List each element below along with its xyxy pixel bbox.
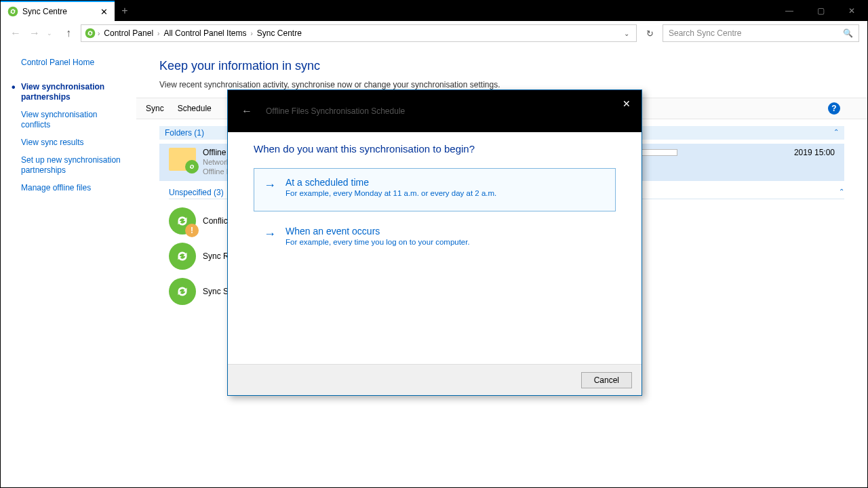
chevron-right-icon: › xyxy=(98,30,100,37)
sidebar: Control Panel Home View synchronisation … xyxy=(1,45,136,487)
option-desc: For example, every Monday at 11 a.m. or … xyxy=(285,189,496,197)
up-button[interactable]: ↑ xyxy=(62,26,75,40)
breadcrumb[interactable]: Control Panel xyxy=(101,28,156,38)
chevron-right-icon: › xyxy=(157,30,159,37)
option-desc: For example, every time you log on to yo… xyxy=(285,238,470,246)
sync-icon: ! xyxy=(169,207,196,235)
close-button[interactable]: ✕ xyxy=(836,1,867,21)
sidebar-link-manage[interactable]: Manage offline files xyxy=(21,183,128,194)
tab-title: Sync Centre xyxy=(22,7,67,16)
new-tab-button[interactable]: + xyxy=(115,1,135,21)
tab-close-icon[interactable]: ✕ xyxy=(100,7,108,17)
sync-overlay-icon xyxy=(185,160,199,174)
group-label: Folders (1) xyxy=(165,128,204,138)
chevron-up-icon[interactable]: ⌃ xyxy=(833,128,839,136)
option-scheduled-time[interactable]: → At a scheduled time For example, every… xyxy=(254,168,616,211)
chevron-right-icon: › xyxy=(250,30,252,37)
sidebar-link-setup[interactable]: Set up new synchronisation partnerships xyxy=(21,155,128,176)
dialog-titlebar: ← Offline Files Synchronisation Schedule… xyxy=(228,90,642,132)
dialog-footer: Cancel xyxy=(228,364,642,395)
dialog-title: Offline Files Synchronisation Schedule xyxy=(266,106,405,116)
dialog-heading: When do you want this synchronisation to… xyxy=(254,143,616,155)
arrow-right-icon: → xyxy=(264,226,276,246)
search-input[interactable]: Search Sync Centre 🔍 xyxy=(663,24,859,42)
sync-icon xyxy=(169,278,196,305)
sidebar-link-results[interactable]: View sync results xyxy=(21,138,128,148)
window-controls: — ▢ ✕ xyxy=(774,1,867,21)
schedule-dialog: ← Offline Files Synchronisation Schedule… xyxy=(227,89,642,396)
sidebar-link-conflicts[interactable]: View synchronisation conflicts xyxy=(21,110,128,131)
arrow-right-icon: → xyxy=(264,177,276,197)
cancel-button[interactable]: Cancel xyxy=(581,372,632,388)
search-icon: 🔍 xyxy=(843,28,853,38)
dialog-back-button[interactable]: ← xyxy=(237,102,256,121)
breadcrumb[interactable]: Sync Centre xyxy=(254,28,304,38)
recent-dropdown[interactable]: ⌄ xyxy=(47,30,56,37)
help-icon[interactable]: ? xyxy=(828,102,840,115)
sync-centre-icon xyxy=(7,6,18,17)
forward-button[interactable]: → xyxy=(28,26,41,40)
sidebar-link-home[interactable]: Control Panel Home xyxy=(21,58,128,68)
sync-icon xyxy=(169,243,196,270)
page-subtitle: View recent synchronisation activity, sy… xyxy=(159,80,844,89)
sync-centre-icon xyxy=(84,27,96,39)
breadcrumb[interactable]: All Control Panel Items xyxy=(161,28,249,38)
back-button[interactable]: ← xyxy=(9,26,22,40)
search-placeholder: Search Sync Centre xyxy=(669,28,741,38)
option-title: At a scheduled time xyxy=(285,177,496,188)
window-tab[interactable]: Sync Centre ✕ xyxy=(1,1,115,21)
warning-overlay-icon: ! xyxy=(185,224,199,237)
minimize-button[interactable]: — xyxy=(774,1,805,21)
chevron-up-icon[interactable]: ⌃ xyxy=(839,188,844,195)
svg-point-0 xyxy=(8,7,18,17)
page-title: Keep your information in sync xyxy=(159,59,844,73)
maximize-button[interactable]: ▢ xyxy=(805,1,836,21)
sidebar-link-partnerships[interactable]: View synchronisation partnerships xyxy=(21,82,128,103)
address-dropdown-icon[interactable]: ⌄ xyxy=(620,30,633,37)
folder-icon xyxy=(169,148,196,171)
toolbar-sync-button[interactable]: Sync xyxy=(146,104,164,113)
option-title: When an event occurs xyxy=(285,226,470,237)
navbar: ← → ⌄ ↑ › Control Panel › All Control Pa… xyxy=(1,21,867,45)
option-event-occurs[interactable]: → When an event occurs For example, ever… xyxy=(254,217,616,260)
dialog-close-button[interactable]: ✕ xyxy=(617,96,636,112)
toolbar-schedule-button[interactable]: Schedule xyxy=(178,104,212,113)
group-label: Unspecified (3) xyxy=(169,188,224,197)
titlebar: Sync Centre ✕ + — ▢ ✕ xyxy=(1,1,867,21)
svg-point-1 xyxy=(85,28,96,39)
address-bar[interactable]: › Control Panel › All Control Panel Item… xyxy=(81,24,637,42)
item-timestamp: 2019 15:00 xyxy=(794,148,835,157)
dialog-body: When do you want this synchronisation to… xyxy=(228,132,642,364)
refresh-button[interactable]: ↻ xyxy=(642,26,657,41)
